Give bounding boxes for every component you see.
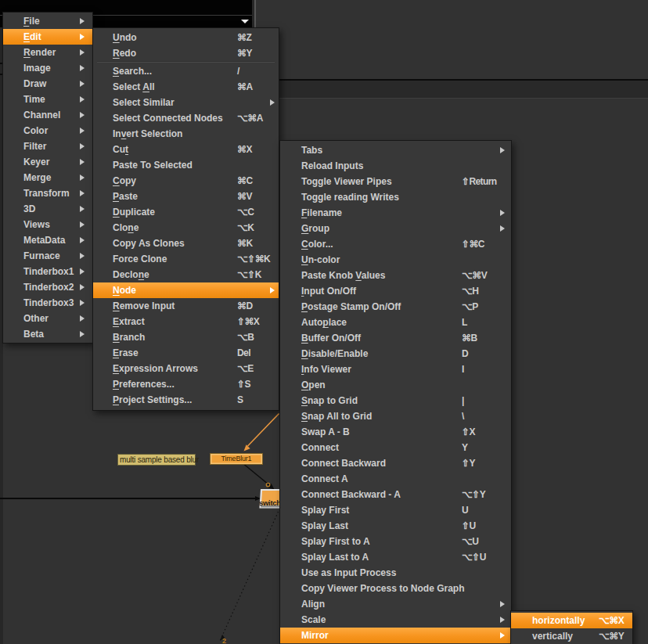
svg-text:switch: switch [259, 498, 281, 507]
svg-text:2: 2 [222, 637, 226, 644]
